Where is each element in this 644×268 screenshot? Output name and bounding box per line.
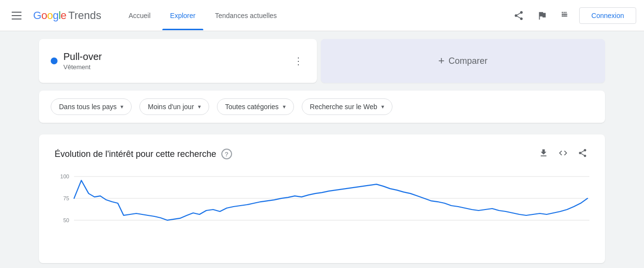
hamburger-menu[interactable] [8, 8, 25, 23]
svg-point-1 [564, 12, 565, 13]
chart-actions [537, 146, 589, 162]
svg-point-5 [566, 13, 567, 15]
y-label-75: 75 [63, 195, 69, 201]
chart-area: 100 75 50 [55, 172, 589, 251]
filter-pays[interactable]: Dans tous les pays ▾ [51, 98, 132, 115]
compare-card[interactable]: + Comparer [321, 39, 605, 83]
apps-icon[interactable] [556, 6, 575, 25]
download-icon[interactable] [537, 146, 550, 162]
compare-plus-icon: + [438, 55, 445, 67]
search-term-info: Pull-over Vêtement [51, 51, 102, 71]
share-icon[interactable] [509, 6, 528, 25]
term-category: Vêtement [63, 63, 91, 71]
search-row: Pull-over Vêtement ⋮ + Comparer [39, 39, 605, 83]
nav-right: Connexion [509, 6, 636, 25]
filter-pays-label: Dans tous les pays [59, 103, 117, 111]
svg-point-7 [564, 15, 565, 17]
trend-line [74, 180, 587, 220]
flag-icon[interactable] [532, 6, 552, 25]
connexion-button[interactable]: Connexion [579, 7, 636, 24]
filters-row: Dans tous les pays ▾ Moins d'un jour ▾ T… [39, 91, 605, 123]
logo-trends-text: Trends [68, 9, 101, 22]
term-title: Pull-over [63, 51, 102, 62]
more-options-icon[interactable]: ⋮ [292, 53, 305, 69]
nav-left: Google Trends Accueil Explorer Tendances… [8, 8, 285, 23]
term-text: Pull-over Vêtement [63, 51, 102, 71]
nav-links: Accueil Explorer Tendances actuelles [121, 8, 285, 23]
embed-code-icon[interactable] [556, 146, 570, 162]
svg-point-0 [562, 12, 563, 13]
filter-categories-label: Toutes catégories [225, 103, 279, 111]
nav-explorer[interactable]: Explorer [162, 8, 203, 23]
filter-periode[interactable]: Moins d'un jour ▾ [139, 98, 209, 115]
chart-header: Évolution de l'intérêt pour cette recher… [55, 146, 589, 162]
navbar: Google Trends Accueil Explorer Tendances… [0, 0, 644, 31]
chevron-down-icon: ▾ [120, 103, 123, 110]
svg-point-8 [566, 15, 567, 17]
chart-card: Évolution de l'intérêt pour cette recher… [39, 134, 605, 263]
info-icon[interactable]: ? [221, 149, 232, 159]
filter-periode-label: Moins d'un jour [148, 103, 194, 111]
nav-accueil[interactable]: Accueil [121, 8, 158, 23]
nav-tendances[interactable]: Tendances actuelles [207, 8, 285, 23]
logo-google-text: Google [33, 9, 66, 22]
term-color-dot [51, 57, 58, 64]
chevron-down-icon-4: ▾ [381, 103, 384, 110]
svg-point-2 [566, 12, 567, 13]
chart-title-group: Évolution de l'intérêt pour cette recher… [55, 149, 232, 159]
filter-categories[interactable]: Toutes catégories ▾ [217, 98, 294, 115]
compare-label: Comparer [449, 56, 488, 66]
share-chart-icon[interactable] [576, 146, 589, 162]
filter-type-recherche[interactable]: Recherche sur le Web ▾ [302, 98, 392, 115]
chevron-down-icon-2: ▾ [198, 103, 201, 110]
main-content: Pull-over Vêtement ⋮ + Comparer Dans tou… [0, 31, 644, 263]
svg-point-4 [564, 13, 565, 15]
logo: Google Trends [33, 9, 101, 22]
svg-point-3 [562, 13, 563, 15]
chevron-down-icon-3: ▾ [283, 103, 286, 110]
svg-point-6 [562, 15, 563, 17]
y-label-50: 50 [63, 217, 69, 223]
trend-chart: 100 75 50 [55, 172, 589, 249]
filter-type-label: Recherche sur le Web [310, 103, 377, 111]
y-label-100: 100 [60, 173, 69, 179]
chart-title: Évolution de l'intérêt pour cette recher… [55, 149, 216, 159]
search-card: Pull-over Vêtement ⋮ [39, 39, 317, 83]
